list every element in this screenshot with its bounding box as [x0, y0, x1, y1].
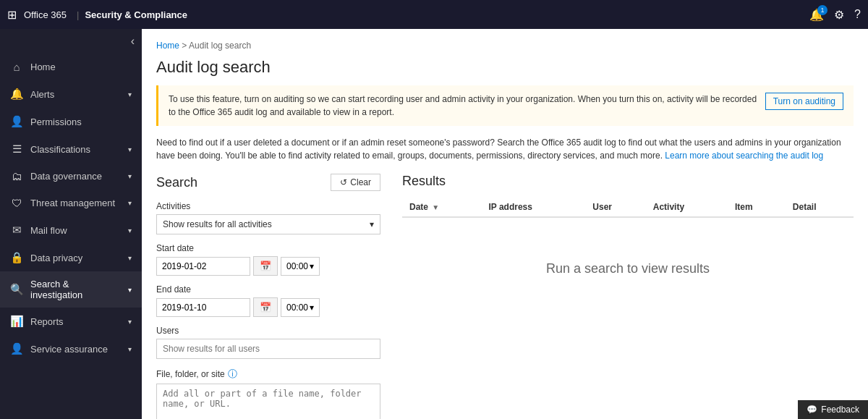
refresh-icon: ↺: [340, 177, 347, 187]
help-circle-icon[interactable]: ⓘ: [228, 368, 237, 381]
end-time-chevron: ▾: [310, 302, 314, 313]
activities-value: Show results for all activities: [163, 219, 272, 229]
results-panel: Results Date ▼ IP address U: [402, 174, 854, 419]
search-panel-header: Search ↺ Clear: [156, 174, 380, 191]
file-label-row: File, folder, or site ⓘ: [156, 368, 380, 381]
file-label: File, folder, or site: [156, 369, 225, 379]
reports-icon: 📊: [10, 315, 23, 328]
file-textarea[interactable]: [156, 384, 380, 419]
end-date-row: 📅 00:00 ▾: [156, 297, 380, 317]
sidebar-label-service-assurance: Service assurance: [30, 344, 121, 355]
breadcrumb-current: Audit log search: [189, 41, 251, 51]
sidebar-item-home[interactable]: ⌂ Home: [0, 54, 142, 80]
two-column-layout: Search ↺ Clear Activities Show results f…: [156, 174, 854, 419]
chevron-down-icon: ▾: [128, 90, 132, 98]
banner-text: To use this feature, turn on auditing so…: [169, 93, 758, 119]
feedback-icon: 💬: [807, 405, 817, 415]
sidebar-label-threat-management: Threat management: [30, 198, 121, 208]
sidebar-item-data-privacy[interactable]: 🔒 Data privacy ▾: [0, 244, 142, 271]
col-detail[interactable]: Detail: [786, 198, 854, 217]
end-date-field-group: End date 📅 00:00 ▾: [156, 284, 380, 317]
start-time-select[interactable]: 00:00 ▾: [281, 257, 320, 276]
end-date-calendar-icon[interactable]: 📅: [253, 297, 278, 317]
start-time-chevron: ▾: [310, 261, 314, 271]
info-text: Need to find out if a user deleted a doc…: [156, 136, 854, 162]
chevron-down-icon-6: ▾: [128, 254, 132, 262]
col-user[interactable]: User: [585, 198, 645, 217]
activities-select[interactable]: Show results for all activities ▾: [156, 214, 380, 234]
clear-button[interactable]: ↺ Clear: [331, 174, 380, 191]
settings-icon[interactable]: ⚙: [834, 8, 844, 22]
sidebar-item-classifications[interactable]: ☰ Classifications ▾: [0, 135, 142, 163]
activities-field-group: Activities Show results for all activiti…: [156, 201, 380, 234]
page-title: Audit log search: [156, 58, 854, 77]
sidebar-label-home: Home: [30, 62, 132, 72]
home-icon: ⌂: [10, 61, 23, 73]
results-table: Date ▼ IP address User Activity: [402, 198, 854, 320]
notification-icon[interactable]: 🔔 1: [809, 8, 824, 22]
breadcrumb-separator: >: [182, 41, 187, 51]
breadcrumb: Home > Audit log search: [156, 41, 854, 51]
col-detail-label: Detail: [793, 202, 817, 212]
sidebar: ‹ ⌂ Home 🔔 Alerts ▾ 👤 Permissions ☰ Clas…: [0, 29, 142, 419]
alerts-icon: 🔔: [10, 88, 23, 101]
col-date[interactable]: Date ▼: [402, 198, 481, 217]
file-field-group: File, folder, or site ⓘ: [156, 368, 380, 419]
sidebar-label-data-privacy: Data privacy: [30, 253, 121, 263]
grid-icon[interactable]: ⊞: [7, 8, 17, 22]
users-input[interactable]: [156, 339, 380, 359]
sidebar-item-reports[interactable]: 📊 Reports ▾: [0, 308, 142, 335]
feedback-button[interactable]: 💬 Feedback: [798, 400, 868, 419]
activities-dropdown-icon: ▾: [370, 219, 374, 229]
sidebar-item-mail-flow[interactable]: ✉ Mail flow ▾: [0, 216, 142, 244]
chevron-down-icon-5: ▾: [128, 227, 132, 234]
col-ip[interactable]: IP address: [481, 198, 585, 217]
content-area: Home > Audit log search Audit log search…: [142, 29, 868, 419]
col-item[interactable]: Item: [728, 198, 786, 217]
sidebar-item-threat-management[interactable]: 🛡 Threat management ▾: [0, 190, 142, 216]
sidebar-toggle[interactable]: ‹: [0, 29, 142, 54]
col-activity[interactable]: Activity: [646, 198, 728, 217]
sidebar-item-service-assurance[interactable]: 👤 Service assurance ▾: [0, 335, 142, 363]
sidebar-item-data-governance[interactable]: 🗂 Data governance ▾: [0, 163, 142, 190]
sidebar-item-search-investigation[interactable]: 🔍 Search & investigation ▾: [0, 271, 142, 308]
end-date-input[interactable]: [156, 298, 250, 317]
data-governance-icon: 🗂: [10, 170, 23, 182]
notification-banner: To use this feature, turn on auditing so…: [156, 85, 854, 126]
classifications-icon: ☰: [10, 143, 23, 156]
results-title: Results: [402, 174, 854, 189]
start-date-calendar-icon[interactable]: 📅: [253, 256, 278, 276]
data-privacy-icon: 🔒: [10, 251, 23, 264]
search-panel-title: Search: [156, 175, 197, 190]
help-icon[interactable]: ?: [854, 8, 861, 21]
notification-badge: 1: [817, 5, 827, 15]
chevron-down-icon-8: ▾: [128, 318, 132, 326]
mail-flow-icon: ✉: [10, 224, 23, 237]
col-ip-label: IP address: [488, 202, 532, 212]
feedback-label: Feedback: [821, 405, 859, 415]
col-item-label: Item: [735, 202, 753, 212]
sidebar-label-search-investigation: Search & investigation: [30, 279, 121, 300]
start-date-input[interactable]: [156, 257, 250, 276]
main-layout: ‹ ⌂ Home 🔔 Alerts ▾ 👤 Permissions ☰ Clas…: [0, 29, 868, 419]
sidebar-item-permissions[interactable]: 👤 Permissions: [0, 108, 142, 135]
col-activity-label: Activity: [653, 202, 684, 212]
breadcrumb-home[interactable]: Home: [156, 41, 179, 51]
turn-on-auditing-button[interactable]: Turn on auditing: [765, 93, 843, 110]
info-link[interactable]: Learn more about searching the audit log: [665, 151, 823, 161]
start-date-row: 📅 00:00 ▾: [156, 256, 380, 276]
start-time-value: 00:00: [286, 261, 308, 271]
sidebar-item-alerts[interactable]: 🔔 Alerts ▾: [0, 80, 142, 108]
sidebar-collapse-btn[interactable]: ‹: [131, 35, 135, 48]
end-date-label: End date: [156, 284, 380, 295]
sidebar-label-permissions: Permissions: [30, 117, 132, 127]
clear-label: Clear: [350, 177, 371, 187]
chevron-down-icon-4: ▾: [128, 199, 132, 207]
topbar-icons: 🔔 1 ⚙ ?: [809, 8, 861, 22]
topbar-separator: |: [77, 9, 79, 20]
topbar: ⊞ Office 365 | Security & Compliance 🔔 1…: [0, 0, 868, 29]
end-time-select[interactable]: 00:00 ▾: [281, 298, 320, 317]
chevron-down-icon-9: ▾: [128, 345, 132, 353]
col-user-label: User: [592, 202, 612, 212]
search-investigation-icon: 🔍: [10, 283, 23, 296]
